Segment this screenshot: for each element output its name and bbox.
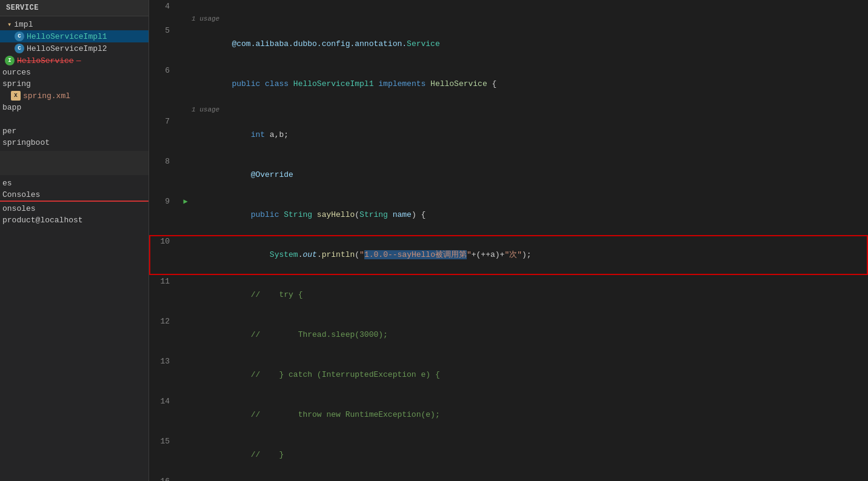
sidebar-item-hello-impl1[interactable]: C HelloServiceImpl1 [0,30,149,42]
class-name-6: HelloServiceImpl1 [293,79,378,88]
kw-class-6: class [265,79,293,88]
dot2-10: . [317,250,322,259]
system-10: System [270,250,298,259]
paren-9: ( [355,210,359,219]
gutter-9: ▶ [179,195,192,208]
method-sayhello: sayHello [317,210,355,219]
code-line-5: 5 @com.alibaba.dubbo.config.annotation.S… [149,24,868,64]
sidebar: service ▾ impl C HelloServiceImpl1 C Hel… [0,0,149,481]
sidebar-item-onsoles[interactable]: onsoles [0,203,149,214]
line-content-15: // } [192,435,868,475]
type-string-param: String [359,210,393,219]
kw-public-9: public [251,210,284,219]
spring-label: spring [2,79,31,88]
onsoles-label: onsoles [2,204,36,213]
indent-8 [232,170,250,179]
java-interface-icon: I [5,56,15,65]
kw-public-6: public [232,79,265,88]
str-end-10: " [467,250,472,259]
override-8: @Override [251,170,293,179]
out-10: out [302,250,316,259]
code-line-11: 11 // try { [149,275,868,315]
indent-10 [232,250,269,259]
line-content-11: // try { [192,275,868,315]
kw-implements-6: implements [378,79,430,88]
sidebar-item-product-localhost[interactable]: product@localhost [0,214,149,226]
sidebar-item-impl[interactable]: ▾ impl [0,19,149,30]
line-content-9: public String sayHello(String name) { [192,195,868,235]
sidebar-item-springboot[interactable]: springboot [0,137,149,148]
sidebar-item-per[interactable]: per [0,125,149,137]
paren-close-9: ) { [412,210,426,219]
resources-label: ources [2,68,31,77]
indent-7 [232,130,250,139]
comment-15: // } [232,450,284,459]
sidebar-item-spring[interactable]: spring [0,78,149,90]
line-content-5: @com.alibaba.dubbo.config.annotation.Ser… [192,24,868,64]
annotation-1: @com.alibaba.dubbo.config.annotation. [232,39,407,48]
selected-text-10: 1.0.0--sayHello被调用第 [364,250,467,259]
comment-12: // Thread.sleep(3000); [232,330,387,339]
sidebar-item-resources[interactable]: ources [0,67,149,78]
interface-name-6: HelloService [430,79,487,88]
line-content-10: System.out.println("1.0.0--sayHello被调用第"… [192,235,868,275]
code-line-12: 12 // Thread.sleep(3000); [149,315,868,355]
line-num-5: 5 [149,24,179,38]
editor: 4 1 usage 5 @com.alibaba.dubbo.config.an… [149,0,868,481]
brace-6: { [487,79,497,88]
sidebar-item-es[interactable]: es [0,177,149,189]
springboot-label: springboot [2,138,50,147]
usage-hint-text-2: 1 usage [192,104,219,115]
hello-impl2-label: HelloServiceImpl2 [27,44,107,53]
usage-hint-text-1: 1 usage [192,13,219,24]
run-icon-9[interactable]: ▶ [183,195,187,208]
java-class-icon-2: C [15,44,24,53]
sidebar-title: service [0,0,149,16]
es-label: es [2,179,12,188]
sidebar-item-consoles[interactable]: Consoles [0,189,149,201]
field-ab-7: a,b; [270,130,289,139]
bapp-label: bapp [2,103,21,112]
editor-content[interactable]: 4 1 usage 5 @com.alibaba.dubbo.config.an… [149,0,868,481]
line-num-13: 13 [149,355,179,368]
type-string-9: String [284,210,317,219]
comment-13: // } catch (InterruptedException e) { [232,370,439,379]
sidebar-item-hello-service[interactable]: I HelloService — [0,55,149,67]
code-line-9: 9 ▶ public String sayHello(String name) … [149,195,868,235]
xml-icon: X [11,91,21,101]
sidebar-item-hello-impl2[interactable]: C HelloServiceImpl2 [0,42,149,55]
sidebar-item-spring-xml[interactable]: X spring.xml [0,90,149,102]
code-line-6: 6 public class HelloServiceImpl1 impleme… [149,64,868,104]
comment-11: // try { [232,290,302,299]
line-num-9: 9 [149,195,179,208]
line-content-13: // } catch (InterruptedException e) { [192,355,868,395]
code-line-4: 4 [149,0,868,13]
lparen-10: ( [355,250,359,259]
line-num-7: 7 [149,115,179,128]
rparen-10: ); [522,250,532,259]
line-num-15: 15 [149,435,179,448]
sidebar-item-bapp[interactable]: bapp [0,102,149,113]
kw-int-7: int [251,130,270,139]
line-content-8: @Override [192,155,868,195]
str1-10: " [359,250,364,259]
usage-hint-2: 1 usage [149,104,868,115]
impl-label: impl [14,20,33,29]
line-num-6: 6 [149,64,179,78]
line-num-12: 12 [149,315,179,328]
annotation-class: Service [407,39,440,48]
sidebar-content[interactable]: ▾ impl C HelloServiceImpl1 C HelloServic… [0,16,149,481]
line-num-8: 8 [149,155,179,168]
code-line-15: 15 // } [149,435,868,475]
line-num-4: 4 [149,0,179,13]
comment-14: // throw new RuntimeException(e); [232,410,439,419]
indent-9 [232,210,250,219]
code-line-10: 10 System.out.println("1.0.0--sayHello被调… [149,235,868,275]
line-num-16: 16 [149,475,179,481]
usage-hint-1: 1 usage [149,13,868,24]
line-content-7: int a,b; [192,115,868,155]
per-label: per [2,127,16,136]
code-line-14: 14 // throw new RuntimeException(e); [149,395,868,435]
line-content-14: // throw new RuntimeException(e); [192,395,868,435]
folder-icon: ▾ [7,20,12,29]
